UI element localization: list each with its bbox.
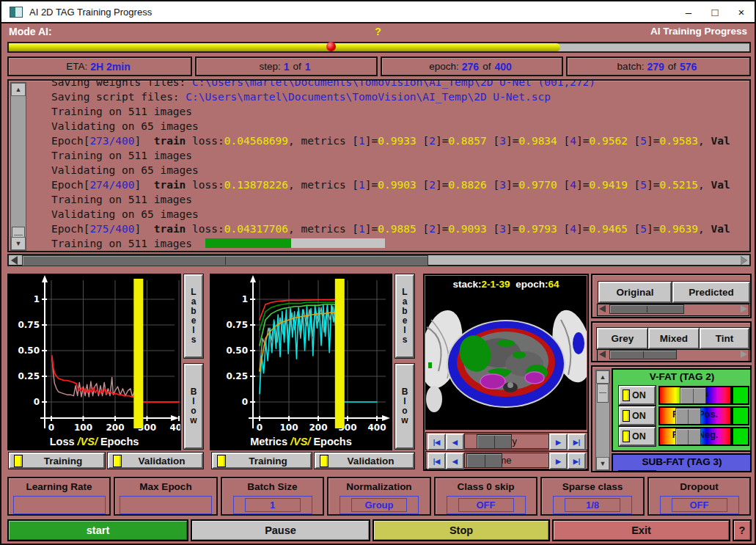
frame-slider[interactable]: Frame	[464, 453, 549, 468]
help-button[interactable]: ?	[733, 519, 752, 541]
color-slider-thumb[interactable]	[680, 387, 707, 405]
svg-text:0: 0	[257, 423, 263, 433]
loss-labels-button[interactable]: L a b e l s	[184, 274, 203, 358]
stack-id: 2-1-39	[482, 279, 510, 290]
scroll-up-icon[interactable]: ▲	[596, 370, 609, 384]
sparse-class-input[interactable]: 1/8	[553, 496, 632, 514]
vfat-match-on-button[interactable]: ON	[619, 386, 656, 405]
memory-slider[interactable]: Memory	[464, 434, 549, 449]
color-slider-thumb[interactable]	[675, 428, 701, 446]
metrics-labels-button[interactable]: L a b e l s	[395, 274, 414, 358]
mode-label: Mode AI:	[9, 26, 52, 37]
vfat-falsepos-color-slider[interactable]: False Pos.	[658, 406, 732, 425]
batch-size-value[interactable]: 1	[245, 498, 301, 512]
vfat-falseneg-on-button[interactable]: ON	[619, 427, 656, 446]
class0-skip-input[interactable]: OFF	[447, 496, 526, 514]
prev-memory-icon[interactable]: ◀	[446, 434, 464, 450]
loss-chart-title: Loss/VS/Epochs	[8, 436, 180, 447]
frame-slider-thumb[interactable]	[466, 453, 502, 468]
scroll-down-icon[interactable]: ▼	[11, 237, 26, 250]
normalization-input[interactable]: Group	[340, 496, 419, 514]
minimize-button[interactable]: –	[675, 2, 702, 21]
batch-size-input[interactable]: 1	[233, 496, 312, 514]
scroll-right-icon[interactable]	[741, 351, 747, 358]
step-current: 1	[284, 61, 290, 73]
stop-button[interactable]: Stop	[373, 519, 550, 541]
last-frame-icon[interactable]: ▶|	[568, 453, 586, 469]
tint-blend-scrollbar[interactable]	[597, 349, 749, 362]
source-blend-thumb[interactable]	[609, 304, 684, 314]
next-frame-icon[interactable]: ▶	[549, 453, 568, 469]
tint-blend-thumb[interactable]	[609, 350, 677, 359]
max-epoch-input[interactable]	[120, 496, 212, 514]
vfat-falseneg-color-slider[interactable]: False Neg.	[658, 427, 732, 446]
scroll-right-icon[interactable]	[741, 256, 747, 265]
first-memory-icon[interactable]: |◀	[427, 434, 446, 450]
log-horizontal-scrollbar[interactable]	[7, 254, 751, 266]
svg-text:0.25: 0.25	[18, 371, 40, 381]
last-memory-icon[interactable]: ▶|	[568, 434, 586, 450]
vfat-falseneg-swatch[interactable]	[732, 427, 749, 446]
prev-frame-icon[interactable]: ◀	[446, 453, 464, 469]
loss-chart-plot: 010020030040010.750.500.250	[8, 274, 181, 450]
titlebar: AI 2D TAG Training Progress – □ ×	[1, 1, 755, 23]
subfat-match-swatch[interactable]	[732, 471, 749, 472]
dropout-input[interactable]: OFF	[660, 496, 739, 514]
first-frame-icon[interactable]: |◀	[427, 453, 446, 469]
tag-vertical-scrollbar[interactable]: ▲ ▼	[595, 370, 610, 471]
vfat-match-swatch[interactable]	[732, 386, 749, 405]
vfat-falsepos-swatch[interactable]	[732, 406, 749, 425]
epoch-total: 400	[494, 61, 511, 73]
tint-button[interactable]: Tint	[700, 328, 749, 349]
dropout-value[interactable]: OFF	[672, 498, 727, 512]
image-viewer: stack:2-1-39 epoch:64	[423, 274, 589, 471]
class0-skip-value[interactable]: OFF	[458, 498, 514, 512]
predicted-button[interactable]: Predicted	[672, 282, 750, 303]
metrics-validation-toggle[interactable]: Validation	[315, 453, 414, 469]
svg-text:400: 400	[367, 423, 386, 433]
log-vertical-scrollbar[interactable]: ▲ ▼	[10, 82, 26, 251]
close-button[interactable]: ×	[728, 2, 755, 21]
memory-slider-thumb[interactable]	[477, 434, 512, 449]
vfat-row-false-neg: ON False Neg.	[613, 427, 751, 445]
scroll-left-icon[interactable]	[599, 351, 606, 358]
subfat-match-color-slider[interactable]: Match	[658, 471, 732, 472]
mixed-button[interactable]: Mixed	[648, 328, 700, 349]
epoch-id: 64	[548, 279, 559, 290]
sparse-class-value[interactable]: 1/8	[565, 498, 620, 512]
scroll-right-icon[interactable]	[741, 305, 747, 312]
batch-current: 279	[647, 61, 664, 73]
original-button[interactable]: Original	[598, 282, 672, 303]
source-blend-scrollbar[interactable]	[597, 304, 749, 316]
epoch-current: 276	[462, 61, 479, 73]
maximize-button[interactable]: □	[702, 2, 728, 21]
log-hscroll-thumb[interactable]	[22, 255, 428, 266]
scroll-up-icon[interactable]: ▲	[11, 83, 26, 96]
subfat-title: SUB-FAT (TAG 3)	[613, 455, 751, 467]
loss-blow-button[interactable]: B l o w	[184, 364, 203, 449]
vfat-match-color-slider[interactable]: Match	[658, 386, 732, 405]
next-memory-icon[interactable]: ▶	[549, 434, 568, 450]
metrics-training-toggle[interactable]: Training	[212, 453, 312, 469]
loss-validation-toggle[interactable]: Validation	[108, 453, 203, 469]
help-link[interactable]: ?	[1, 26, 755, 37]
console-log: ▲ ▼ Saving weights files: C:\Users\marte…	[7, 79, 751, 252]
vfat-falsepos-on-button[interactable]: ON	[619, 406, 656, 425]
loss-training-toggle[interactable]: Training	[9, 453, 105, 469]
grey-button[interactable]: Grey	[597, 328, 648, 349]
subfat-match-on-button[interactable]: ON	[619, 471, 656, 472]
scroll-down-icon[interactable]: ▼	[596, 457, 609, 470]
start-button[interactable]: start	[7, 519, 188, 541]
color-slider-thumb[interactable]	[675, 408, 701, 425]
metrics-blow-button[interactable]: B l o w	[395, 364, 414, 449]
normalization-value[interactable]: Group	[351, 498, 407, 512]
log-line: Validating on 65 images	[51, 119, 748, 133]
pause-button[interactable]: Pause	[191, 519, 370, 541]
learning-rate-input[interactable]	[13, 496, 106, 514]
exit-button[interactable]: Exit	[552, 519, 730, 541]
svg-text:1: 1	[34, 294, 40, 304]
scroll-left-icon[interactable]	[11, 256, 18, 265]
scroll-left-icon[interactable]	[599, 305, 606, 312]
tag-scroll-thumb[interactable]	[597, 384, 609, 403]
svg-text:0: 0	[34, 397, 40, 407]
